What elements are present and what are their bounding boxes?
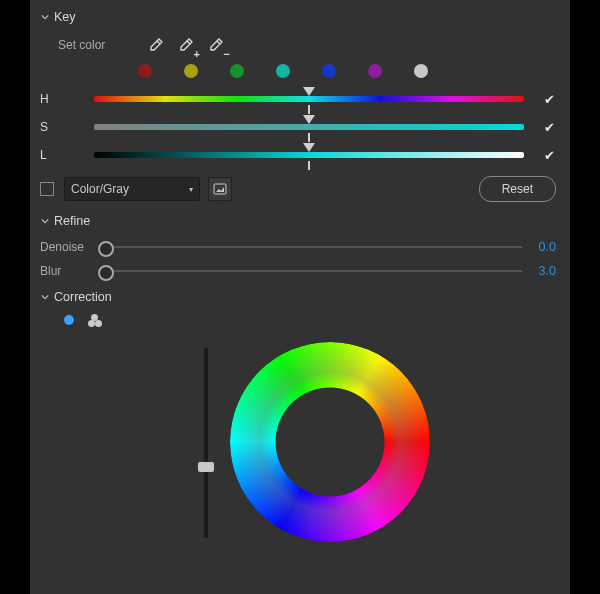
swatch-blue[interactable] xyxy=(322,64,336,78)
hue-label: H xyxy=(40,92,70,106)
blur-value[interactable]: 3.0 xyxy=(534,264,556,278)
mode-checkbox[interactable] xyxy=(40,182,54,196)
saturation-checkbox[interactable]: ✔ xyxy=(542,120,556,134)
color-swatch-row xyxy=(138,64,556,78)
lightness-label: L xyxy=(40,148,70,162)
hue-slider[interactable] xyxy=(94,96,524,102)
mode-dropdown-value: Color/Gray xyxy=(71,182,129,196)
chevron-down-icon xyxy=(40,12,50,22)
correction-mode-single[interactable] xyxy=(64,315,74,325)
section-title: Correction xyxy=(54,290,112,304)
swatch-yellow[interactable] xyxy=(184,64,198,78)
correction-luma-slider[interactable] xyxy=(204,348,208,538)
section-header-correction[interactable]: Correction xyxy=(40,288,556,306)
correction-luma-handle[interactable] xyxy=(198,462,214,472)
denoise-slider[interactable] xyxy=(106,246,522,248)
blur-label: Blur xyxy=(40,264,102,278)
lightness-handle[interactable] xyxy=(303,143,315,152)
correction-mode-three-way[interactable] xyxy=(88,314,102,326)
chevron-down-icon: ▾ xyxy=(189,185,193,194)
denoise-label: Denoise xyxy=(40,240,102,254)
section-title: Refine xyxy=(54,214,90,228)
swatch-red[interactable] xyxy=(138,64,152,78)
minus-icon: − xyxy=(224,50,230,58)
mode-dropdown[interactable]: Color/Gray ▾ xyxy=(64,177,200,201)
swatch-green[interactable] xyxy=(230,64,244,78)
section-header-refine[interactable]: Refine xyxy=(40,212,556,230)
section-title: Key xyxy=(54,10,76,24)
eyedropper-button[interactable] xyxy=(144,34,168,56)
chevron-down-icon xyxy=(40,216,50,226)
eyedropper-add-button[interactable]: + xyxy=(174,34,198,56)
swatch-magenta[interactable] xyxy=(368,64,382,78)
hue-checkbox[interactable]: ✔ xyxy=(542,92,556,106)
blur-handle[interactable] xyxy=(98,265,114,281)
hue-handle[interactable] xyxy=(303,87,315,96)
reset-button[interactable]: Reset xyxy=(479,176,556,202)
saturation-slider[interactable] xyxy=(94,124,524,130)
blur-slider[interactable] xyxy=(106,270,522,272)
lightness-checkbox[interactable]: ✔ xyxy=(542,148,556,162)
denoise-value[interactable]: 0.0 xyxy=(534,240,556,254)
set-color-label: Set color xyxy=(58,38,144,52)
lightness-slider[interactable] xyxy=(94,152,524,158)
svg-rect-0 xyxy=(214,184,226,194)
saturation-handle[interactable] xyxy=(303,115,315,124)
eyedropper-subtract-button[interactable]: − xyxy=(204,34,228,56)
swatch-cyan[interactable] xyxy=(276,64,290,78)
plus-icon: + xyxy=(194,50,200,58)
color-wheel[interactable] xyxy=(230,342,430,542)
chevron-down-icon xyxy=(40,292,50,302)
thumbnail-button[interactable] xyxy=(208,177,232,201)
saturation-label: S xyxy=(40,120,70,134)
section-header-key[interactable]: Key xyxy=(40,8,556,26)
swatch-white[interactable] xyxy=(414,64,428,78)
denoise-handle[interactable] xyxy=(98,241,114,257)
